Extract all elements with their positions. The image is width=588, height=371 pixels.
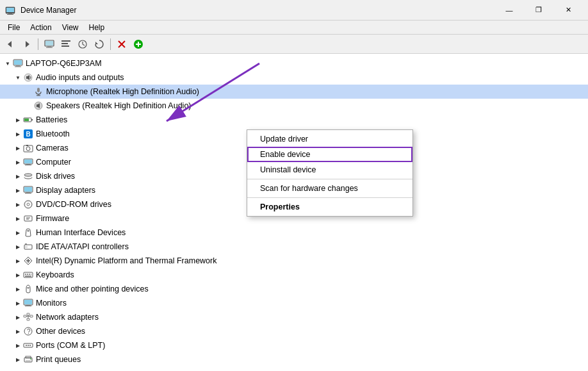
audio-icon	[23, 72, 33, 83]
tree-item-hid[interactable]: Human Interface Devices	[0, 226, 588, 240]
expand-other[interactable]	[13, 326, 23, 336]
ide-icon	[23, 242, 33, 252]
forward-button[interactable]	[19, 37, 35, 52]
restore-button[interactable]: ❐	[524, 0, 553, 21]
expand-print[interactable]	[13, 354, 23, 365]
dvd-icon	[23, 199, 33, 210]
ctx-scan-hardware[interactable]: Scan for hardware changes	[247, 181, 412, 196]
svg-rect-63	[29, 274, 30, 275]
svg-rect-65	[25, 276, 31, 277]
expand-ide[interactable]	[13, 242, 23, 252]
menu-view[interactable]: View	[57, 22, 84, 33]
svg-point-88	[30, 358, 31, 359]
svg-rect-44	[24, 187, 32, 192]
svg-rect-72	[27, 318, 29, 320]
show-hide-button[interactable]	[58, 37, 74, 52]
ctx-separator-1	[247, 179, 412, 179]
svg-rect-75	[30, 315, 33, 317]
battery-icon	[23, 115, 33, 125]
disk-icon	[23, 171, 33, 181]
remove-device-button[interactable]	[114, 37, 129, 52]
svg-rect-87	[26, 360, 31, 361]
ctx-uninstall-device[interactable]: Uninstall device	[247, 162, 412, 177]
svg-rect-74	[27, 313, 29, 315]
intel-icon	[23, 256, 33, 266]
tree-item-microphone[interactable]: Microphone (Realtek High Definition Audi…	[0, 85, 588, 99]
back-icon	[5, 39, 15, 49]
expand-intel[interactable]	[13, 256, 23, 266]
tree-item-audio[interactable]: Audio inputs and outputs	[0, 70, 588, 85]
tree-item-ports[interactable]: Ports (COM & LPT)	[0, 338, 588, 352]
add-device-button[interactable]	[131, 37, 146, 52]
tree-label-audio: Audio inputs and outputs	[36, 73, 124, 82]
expand-network[interactable]	[13, 312, 23, 322]
tree-label-intel: Intel(R) Dynamic Platform and Thermal Fr…	[36, 256, 216, 265]
svg-rect-31	[31, 119, 33, 120]
tree-item-print[interactable]: Print queues	[0, 352, 588, 367]
svg-marker-5	[26, 41, 29, 47]
menu-file[interactable]: File	[3, 22, 25, 33]
svg-rect-7	[45, 41, 53, 45]
expand-firmware[interactable]	[13, 213, 23, 224]
expand-root[interactable]	[3, 58, 13, 69]
tree-item-network[interactable]: Network adapters	[0, 310, 588, 324]
ctx-properties[interactable]: Properties	[247, 199, 412, 215]
ctx-enable-device[interactable]: Enable device	[247, 147, 412, 162]
title-bar: Device Manager — ❐ ✕	[0, 0, 588, 21]
tree-item-speakers[interactable]: Speakers (Realtek High Definition Audio)	[0, 99, 588, 113]
minimize-button[interactable]: —	[494, 0, 524, 21]
expand-cameras[interactable]	[13, 143, 23, 153]
expand-display[interactable]	[13, 185, 23, 195]
tree-item-other[interactable]: ? Other devices	[0, 324, 588, 338]
svg-rect-22	[16, 65, 20, 67]
expand-bluetooth[interactable]	[13, 129, 23, 139]
tree-item-mice[interactable]: Mice and other pointing devices	[0, 282, 588, 296]
expand-ports[interactable]	[13, 340, 23, 350]
expand-computer[interactable]	[13, 157, 23, 167]
svg-rect-34	[26, 145, 28, 146]
menu-help[interactable]: Help	[84, 22, 110, 33]
expand-mice[interactable]	[13, 284, 23, 294]
tree-item-keyboards[interactable]: Keyboards	[0, 268, 588, 282]
svg-rect-46	[25, 193, 31, 194]
ctx-update-driver[interactable]: Update driver	[247, 131, 412, 147]
back-button[interactable]	[3, 37, 18, 52]
view-computer-button[interactable]	[42, 37, 57, 52]
tree-label-ide: IDE ATA/ATAPI controllers	[36, 242, 129, 251]
tree-item-intel[interactable]: Intel(R) Dynamic Platform and Thermal Fr…	[0, 254, 588, 268]
expand-batteries[interactable]	[13, 115, 23, 125]
svg-rect-70	[26, 305, 30, 306]
tree-label-mice: Mice and other pointing devices	[36, 284, 149, 293]
tree-item-ide[interactable]: IDE ATA/ATAPI controllers	[0, 240, 588, 254]
tree-item-batteries[interactable]: Batteries	[0, 113, 588, 127]
firmware-icon	[23, 213, 33, 224]
tree-item-monitors[interactable]: Monitors	[0, 296, 588, 310]
show-icon	[61, 39, 71, 49]
tree-label-disk: Disk drives	[36, 172, 75, 181]
update-driver-button[interactable]	[75, 37, 90, 52]
expand-dvd[interactable]	[13, 199, 23, 210]
svg-rect-30	[24, 119, 29, 121]
ports-icon	[23, 340, 33, 350]
tree-label-root: LAPTOP-Q6EJP3AM	[26, 59, 102, 68]
svg-rect-37	[26, 164, 30, 165]
expand-disk[interactable]	[13, 171, 23, 181]
computer-icon	[13, 58, 23, 69]
scan-button[interactable]	[92, 37, 107, 52]
ctx-separator-2	[247, 197, 412, 198]
close-button[interactable]: ✕	[553, 0, 583, 21]
svg-text:?: ?	[27, 328, 31, 335]
svg-point-49	[25, 201, 31, 208]
svg-rect-69	[24, 300, 32, 304]
svg-rect-11	[61, 43, 68, 44]
tree-item-root[interactable]: LAPTOP-Q6EJP3AM	[0, 56, 588, 70]
expand-keyboards[interactable]	[13, 270, 23, 280]
expand-hid[interactable]	[13, 227, 23, 238]
hid-icon	[23, 227, 33, 238]
svg-point-33	[26, 147, 30, 151]
svg-rect-56	[25, 243, 27, 245]
menu-action[interactable]: Action	[25, 22, 56, 33]
expand-audio[interactable]	[13, 72, 23, 83]
svg-marker-4	[8, 41, 12, 47]
expand-monitors[interactable]	[13, 298, 23, 308]
